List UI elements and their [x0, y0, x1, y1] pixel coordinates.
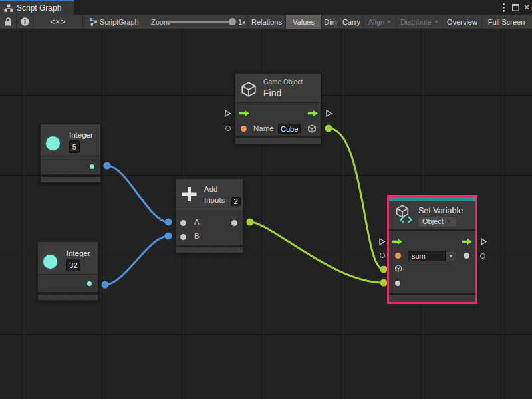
inputs-label: Inputs: [204, 196, 225, 204]
setvar-body: sum: [389, 231, 475, 293]
integer-value-field[interactable]: 32: [66, 259, 80, 271]
node-footer: [175, 247, 243, 253]
wire-find-to-setvariable: [329, 128, 384, 269]
inputs-value-field[interactable]: 2: [231, 197, 241, 206]
setvar-flow-in-triangle[interactable]: [379, 238, 385, 245]
node-title: Add: [204, 185, 217, 193]
graph-layer: Integer 5 Integer 32 Add Inputs 2: [0, 0, 532, 399]
variable-kind-strip: [389, 197, 475, 201]
wire-add-to-setvariable: [250, 222, 384, 283]
node-footer: [37, 294, 98, 301]
find-name-outer-circle[interactable]: [225, 126, 231, 131]
node-footer: [40, 176, 101, 183]
node-integer-32[interactable]: Integer 32: [37, 241, 98, 301]
variable-name-dropdown-button[interactable]: [445, 251, 456, 261]
node-title: Integer: [66, 249, 90, 257]
port-b-label: B: [194, 232, 200, 240]
flow-out-arrow[interactable]: [308, 110, 318, 116]
input-port-b[interactable]: [180, 234, 186, 240]
node-title: Find: [263, 88, 281, 98]
port-a-label: A: [194, 218, 200, 226]
name-port-label: Name: [253, 124, 274, 132]
node-footer: [235, 138, 321, 144]
node-title: Integer: [69, 131, 93, 139]
flow-in-arrow[interactable]: [239, 110, 249, 116]
setvar-header: Set Variable Object: [389, 201, 475, 230]
flow-out-arrow[interactable]: [462, 239, 472, 245]
node-category: Game Object: [263, 78, 303, 86]
output-port-value[interactable]: [464, 253, 469, 259]
input-port-a[interactable]: [180, 220, 186, 226]
target-object-port-icon[interactable]: [394, 264, 402, 273]
input-port-name[interactable]: [241, 126, 247, 132]
variable-name-combo[interactable]: sum: [408, 251, 456, 261]
integer-icon: [46, 136, 60, 150]
setvar-flow-out-triangle[interactable]: [481, 238, 487, 245]
variable-kind-dropdown[interactable]: Object: [418, 217, 456, 227]
find-flow-in-triangle[interactable]: [225, 110, 231, 117]
node-set-variable[interactable]: Set Variable Object sum: [387, 195, 477, 304]
node-find[interactable]: Game Object Find Name Cube: [235, 73, 321, 144]
add-icon: [180, 185, 198, 203]
variable-name-field[interactable]: sum: [408, 251, 445, 261]
output-port-integer[interactable]: [87, 281, 92, 286]
input-port-value[interactable]: [395, 281, 400, 286]
kind-caret-icon: [447, 220, 451, 223]
set-variable-code-icon: [400, 216, 412, 223]
node-title: Set Variable: [418, 206, 463, 215]
output-port-integer[interactable]: [90, 164, 94, 169]
setvar-name-outer-circle[interactable]: [380, 253, 385, 258]
find-flow-out-triangle[interactable]: [326, 110, 332, 117]
output-port-sum[interactable]: [231, 220, 237, 226]
wire-integer32-to-add-b: [105, 236, 168, 285]
name-caret-icon: [449, 255, 453, 257]
node-integer-5[interactable]: Integer 5: [40, 124, 101, 183]
name-value-field[interactable]: Cube: [278, 124, 301, 134]
game-object-cube-icon: [240, 80, 257, 98]
integer-value-field[interactable]: 5: [69, 140, 80, 153]
wire-integer5-to-add-a: [107, 166, 168, 222]
node-add[interactable]: Add Inputs 2 A B: [175, 178, 243, 253]
game-object-output-icon[interactable]: [307, 124, 317, 134]
setvar-value-outer-circle[interactable]: [480, 253, 485, 259]
input-port-name[interactable]: [395, 253, 401, 259]
node-footer: [389, 295, 475, 302]
variable-kind-label: Object: [422, 217, 444, 225]
integer-icon: [43, 255, 57, 269]
flow-in-arrow[interactable]: [392, 239, 402, 245]
